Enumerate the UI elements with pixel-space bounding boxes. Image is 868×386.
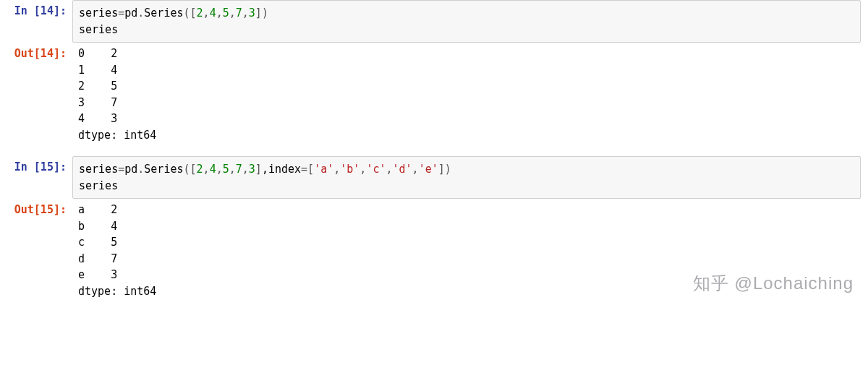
code-input[interactable]: series=pd.Series([2,4,5,7,3],index=['a',… <box>72 156 861 199</box>
code-input[interactable]: series=pd.Series([2,4,5,7,3]) series <box>72 0 861 43</box>
output-prompt: Out[15]: <box>0 199 72 220</box>
code-line: series <box>79 22 854 38</box>
code-line: series <box>79 178 854 194</box>
out-row: 3 7 <box>78 96 117 109</box>
input-prompt: In [14]: <box>0 0 72 22</box>
output-cell-15: Out[15]: a 2 b 4 c 5 d 7 e 3 dtype: int6… <box>0 199 868 302</box>
output-cell-14: Out[14]: 0 2 1 4 2 5 3 7 4 3 dtype: int6… <box>0 43 868 146</box>
out-row: c 5 <box>78 236 117 249</box>
out-row: b 4 <box>78 220 117 233</box>
code-line: series=pd.Series([2,4,5,7,3]) <box>79 5 854 22</box>
input-cell-15: In [15]: series=pd.Series([2,4,5,7,3],in… <box>0 156 868 199</box>
output-area: a 2 b 4 c 5 d 7 e 3 dtype: int64 <box>72 199 868 302</box>
out-row: 0 2 <box>78 47 117 60</box>
output-prompt: Out[14]: <box>0 43 72 64</box>
output-area: 0 2 1 4 2 5 3 7 4 3 dtype: int64 <box>72 43 868 146</box>
out-row: 4 3 <box>78 112 117 125</box>
out-row: 1 4 <box>78 64 117 77</box>
out-row: a 2 <box>78 203 117 216</box>
out-row: d 7 <box>78 252 117 265</box>
out-dtype: dtype: int64 <box>78 129 156 142</box>
input-prompt: In [15]: <box>0 156 72 178</box>
out-dtype: dtype: int64 <box>78 285 156 298</box>
out-row: 2 5 <box>78 80 117 93</box>
input-cell-14: In [14]: series=pd.Series([2,4,5,7,3]) s… <box>0 0 868 43</box>
out-row: e 3 <box>78 268 117 281</box>
code-line: series=pd.Series([2,4,5,7,3],index=['a',… <box>79 161 854 178</box>
